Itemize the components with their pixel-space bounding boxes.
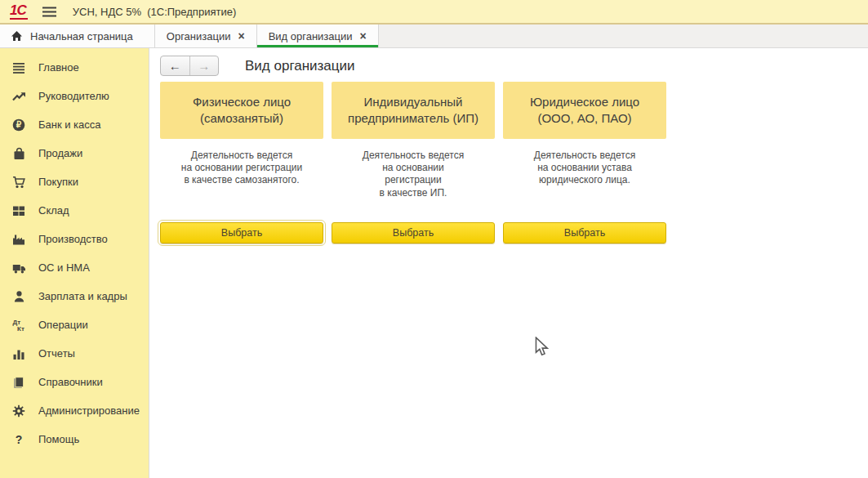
svg-text:₽: ₽ xyxy=(16,120,22,129)
sidebar-item-os-i-nma[interactable]: ОС и НМА xyxy=(0,253,149,282)
sidebar-item-administrirovanie[interactable]: Администрирование xyxy=(0,396,149,425)
home-icon xyxy=(11,30,23,42)
truck-icon xyxy=(11,261,27,275)
card-description-legal-entity: Деятельность ведется на основании устава… xyxy=(534,150,635,200)
sidebar-item-label: Зарплата и кадры xyxy=(38,290,127,302)
ruble-circle-icon: ₽ xyxy=(11,118,27,132)
shopping-bag-icon xyxy=(11,147,27,160)
sidebar-item-label: Операции xyxy=(38,319,88,331)
factory-icon xyxy=(11,233,27,246)
sidebar-item-proizvodstvo[interactable]: Производство xyxy=(0,225,149,253)
sidebar-item-label: Склад xyxy=(38,204,69,217)
bar-chart-icon xyxy=(11,347,27,360)
sidebar-item-label: Продажи xyxy=(38,147,82,159)
sidebar-item-label: ОС и НМА xyxy=(38,261,90,274)
card-title-self-employed: Физическое лицо (самозанятый) xyxy=(160,82,323,139)
organization-type-cards: Физическое лицо (самозанятый) Деятельнос… xyxy=(160,82,666,243)
card-title-legal-entity: Юридическое лицо (ООО, АО, ПАО) xyxy=(503,82,666,139)
sidebar-item-spravochniki[interactable]: Справочники xyxy=(0,368,149,396)
svg-text:?: ? xyxy=(16,433,23,446)
select-button-legal-entity[interactable]: Выбрать xyxy=(503,222,666,243)
shopping-cart-icon xyxy=(11,176,27,189)
select-button-individual-entrepreneur[interactable]: Выбрать xyxy=(332,222,495,243)
sidebar-item-label: Покупки xyxy=(38,176,78,188)
sidebar-item-label: Производство xyxy=(38,233,108,245)
gear-icon xyxy=(11,404,27,418)
tab-label: Начальная страница xyxy=(30,30,133,42)
main-menu-icon[interactable] xyxy=(42,7,56,17)
sidebar-item-zarplata-i-kadry[interactable]: Зарплата и кадры xyxy=(0,282,149,310)
main-content: ← → Вид организации Физическое лицо (сам… xyxy=(149,48,868,478)
tab-label: Вид организации xyxy=(269,30,353,42)
svg-text:Кт: Кт xyxy=(17,325,24,332)
debit-credit-icon: ДтКт xyxy=(11,318,27,332)
sidebar-item-otchety[interactable]: Отчеты xyxy=(0,339,149,368)
forward-button[interactable]: → xyxy=(189,56,219,75)
tab-bar: Начальная страница Организации × Вид орг… xyxy=(0,23,868,48)
sidebar-item-glavnoe[interactable]: Главное xyxy=(0,53,149,82)
trending-up-icon xyxy=(11,90,27,103)
sidebar-item-bank-i-kassa[interactable]: ₽ Банк и касса xyxy=(0,110,149,139)
card-individual-entrepreneur: Индивидуальный предприниматель (ИП) Деят… xyxy=(332,82,495,243)
card-legal-entity: Юридическое лицо (ООО, АО, ПАО) Деятельн… xyxy=(503,82,666,243)
person-icon xyxy=(11,290,27,303)
sidebar-item-pomoshch[interactable]: ? Помощь xyxy=(0,425,149,453)
page-title: Вид организации xyxy=(245,58,355,74)
card-description-self-employed: Деятельность ведется на основании регист… xyxy=(181,150,302,200)
history-nav-buttons: ← → xyxy=(160,56,219,76)
sidebar: Главное Руководителю ₽ Банк и касса Прод… xyxy=(0,48,149,478)
tab-vid-organizacii[interactable]: Вид организации × xyxy=(257,25,379,47)
card-description-individual-entrepreneur: Деятельность ведется на основании регист… xyxy=(363,150,464,200)
sidebar-item-sklad[interactable]: Склад xyxy=(0,196,149,225)
sidebar-item-label: Руководителю xyxy=(38,90,109,102)
sidebar-item-prodazhi[interactable]: Продажи xyxy=(0,139,149,168)
card-self-employed: Физическое лицо (самозанятый) Деятельнос… xyxy=(160,82,323,243)
card-title-individual-entrepreneur: Индивидуальный предприниматель (ИП) xyxy=(332,82,495,139)
sidebar-item-operacii[interactable]: ДтКт Операции xyxy=(0,310,149,339)
sidebar-item-rukovoditelyu[interactable]: Руководителю xyxy=(0,82,149,110)
sidebar-item-label: Помощь xyxy=(38,433,79,445)
sidebar-item-pokupki[interactable]: Покупки xyxy=(0,168,149,196)
tab-home[interactable]: Начальная страница xyxy=(0,25,155,47)
close-icon[interactable]: × xyxy=(360,30,367,42)
sidebar-item-label: Справочники xyxy=(38,376,103,388)
tab-label: Организации xyxy=(167,30,231,42)
sidebar-item-label: Администрирование xyxy=(38,404,140,417)
books-icon xyxy=(11,376,27,389)
back-button[interactable]: ← xyxy=(161,56,189,75)
question-icon: ? xyxy=(11,433,27,446)
close-icon[interactable]: × xyxy=(238,30,244,42)
warehouse-boxes-icon xyxy=(11,204,27,217)
title-bar: 1С УСН, НДС 5% (1С:Предприятие) xyxy=(0,0,868,23)
tab-organizacii[interactable]: Организации × xyxy=(155,25,257,47)
1c-logo: 1С xyxy=(10,3,28,20)
sidebar-item-label: Банк и касса xyxy=(38,118,101,131)
menu-lines-icon xyxy=(11,61,27,74)
select-button-self-employed[interactable]: Выбрать xyxy=(160,222,323,243)
sidebar-item-label: Отчеты xyxy=(38,347,75,360)
sidebar-item-label: Главное xyxy=(38,61,79,74)
app-title: УСН, НДС 5% (1С:Предприятие) xyxy=(73,6,236,18)
